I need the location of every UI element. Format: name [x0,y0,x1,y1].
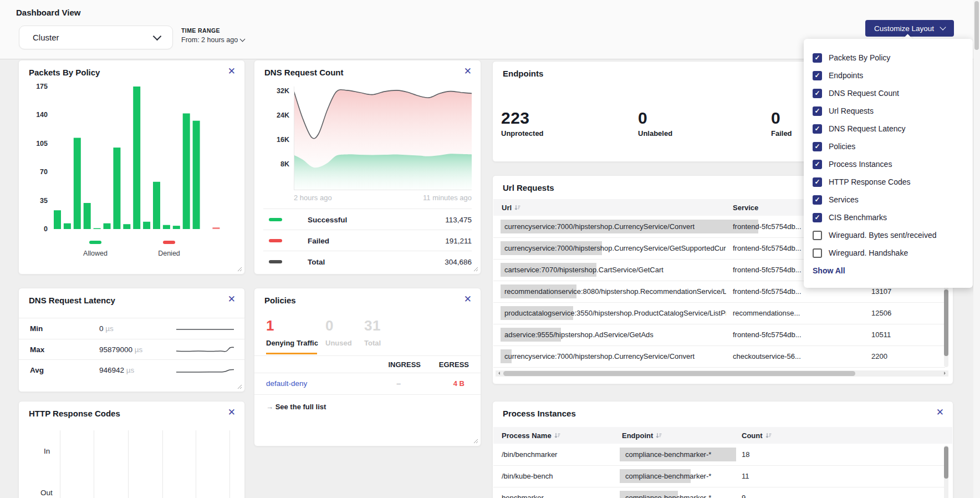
url-cell: cartservice:7070/hipstershop.CartService… [504,266,663,274]
endpoint-stat-failed: 0Failed [771,109,792,138]
count-cell: 9 [742,494,746,498]
column-label: Endpoint [622,431,653,440]
column-header-service[interactable]: Service [733,204,758,212]
checkbox-checked-icon[interactable]: ✓ [813,177,822,187]
table-row: adservice:9555/hipstershop.AdService/Get… [493,324,945,346]
url-cell: recommendationservice:8080/hipstershop.R… [504,287,726,296]
close-icon[interactable]: ✕ [464,67,472,76]
menu-item-dns-request-count[interactable]: ✓DNS Request Count [813,87,899,100]
stat-value: 0 [771,109,792,128]
menu-item-cis-benchmarks[interactable]: ✓CIS Benchmarks [813,211,887,224]
policies-tab-total[interactable]: 31Total [364,317,381,347]
latency-value: 95879000 µs [99,345,142,354]
column-header-endpoint[interactable]: Endpoint [622,431,662,440]
menu-item-services[interactable]: ✓Services [813,193,859,206]
count-cell: 11 [742,472,749,480]
column-label: Count [742,431,763,440]
menu-item-http-response-codes[interactable]: ✓HTTP Response Codes [813,175,911,189]
service-cell: frontend-5fc5754db... [733,287,802,296]
bar-denied [212,227,220,229]
see-full-list-link[interactable]: → See the full list [266,403,326,411]
legend-row-successful: Successful113,475 [263,209,472,230]
menu-item-label: Process Instances [829,160,892,169]
show-all-link[interactable]: Show All [813,266,845,275]
scrollbar-thumb[interactable] [944,289,948,356]
sort-icon [765,433,772,439]
close-icon[interactable]: ✕ [228,294,236,304]
menu-item-label: DNS Request Latency [829,124,906,133]
resize-handle-icon[interactable] [237,384,242,389]
menu-item-wireguard-handshake[interactable]: Wireguard. Handshake [813,246,908,260]
latency-row-min: Min0 µs [19,318,244,339]
checkbox-checked-icon[interactable]: ✓ [813,53,822,63]
checkbox-checked-icon[interactable]: ✓ [813,71,822,80]
time-range-value[interactable]: From: 2 hours ago [181,36,244,44]
url-cell: currencyservice:7000/hipstershop.Currenc… [504,244,726,252]
process-name-cell: benchmarker [502,494,544,498]
service-cell: frontend-5fc5754db... [733,331,802,339]
tab-label: Unused [325,339,352,347]
policy-name-link[interactable]: default-deny [266,379,307,388]
resize-handle-icon[interactable] [473,267,478,272]
policies-tab-unused[interactable]: 0Unused [325,317,352,347]
customize-layout-button[interactable]: Customize Layout [865,20,954,37]
count-cell: 2200 [871,352,887,360]
menu-item-wireguard-bytes-sent-received[interactable]: Wireguard. Bytes sent/received [813,228,937,242]
column-label: Process Name [502,431,552,440]
menu-item-packets-by-policy[interactable]: ✓Packets By Policy [813,51,890,64]
close-icon[interactable]: ✕ [228,67,236,76]
menu-item-endpoints[interactable]: ✓Endpoints [813,69,863,82]
resize-handle-icon[interactable] [237,267,242,272]
checkbox-checked-icon[interactable]: ✓ [813,142,822,151]
column-label: Url [502,204,512,212]
service-cell: frontend-5fc5754db... [733,244,802,252]
scrollbar-thumb[interactable] [503,371,855,376]
menu-item-policies[interactable]: ✓Policies [813,140,855,153]
menu-item-label: Url Requests [829,106,874,115]
bar-allowed [153,182,160,229]
card-title: DNS Request Count [264,68,344,77]
resize-handle-icon[interactable] [473,439,478,444]
column-header-url[interactable]: Url [502,204,520,212]
view-selector[interactable]: Cluster [19,26,173,49]
legend-row-failed: Failed191,211 [263,230,472,251]
column-header-process-name[interactable]: Process Name [502,431,560,440]
service-cell: checkoutservice-56... [733,352,801,360]
time-range-text: From: 2 hours ago [181,36,238,44]
sort-icon [554,433,560,439]
legend-swatch [269,239,282,242]
legend-label: Allowed [76,250,115,257]
endpoint-stat-unprotected: 223Unprotected [501,109,544,138]
latency-row-avg: Avg946942 µs [19,359,244,381]
menu-item-dns-request-latency[interactable]: ✓DNS Request Latency [813,122,906,135]
checkbox-checked-icon[interactable]: ✓ [813,124,822,134]
close-icon[interactable]: ✕ [936,408,944,417]
policies-tab-denying-traffic[interactable]: 1Denying Traffic [266,317,318,347]
scrollbar-thumb[interactable] [974,1,979,50]
card-process-instances: Process Instances ✕ Process Name Endpoin… [492,401,953,498]
scroll-right-icon[interactable] [944,372,947,375]
checkbox-checked-icon[interactable]: ✓ [813,213,822,222]
scrollbar-thumb[interactable] [944,446,948,479]
close-icon[interactable]: ✕ [464,294,472,304]
checkbox-checked-icon[interactable]: ✓ [813,106,822,116]
x-axis-label-start: 2 hours ago [294,194,332,202]
close-icon[interactable]: ✕ [228,408,236,417]
checkbox-checked-icon[interactable]: ✓ [813,160,822,169]
menu-item-process-instances[interactable]: ✓Process Instances [813,157,892,171]
legend-label: Failed [308,237,329,245]
checkbox-checked-icon[interactable]: ✓ [813,195,822,205]
card-title: Packets By Policy [29,68,100,77]
scroll-left-icon[interactable] [497,372,500,375]
menu-item-url-requests[interactable]: ✓Url Requests [813,104,874,118]
checkbox-unchecked-icon[interactable] [813,231,822,240]
card-http-response-codes: HTTP Response Codes ✕ InOut [18,401,245,498]
legend-value: 191,211 [445,237,472,245]
legend-label: Total [308,258,325,266]
checkbox-unchecked-icon[interactable] [813,248,822,258]
menu-item-label: HTTP Response Codes [829,177,911,186]
checkbox-checked-icon[interactable]: ✓ [813,89,822,98]
column-header-count[interactable]: Count [742,431,772,440]
tab-value: 0 [325,317,352,334]
menu-item-label: CIS Benchmarks [829,213,887,222]
